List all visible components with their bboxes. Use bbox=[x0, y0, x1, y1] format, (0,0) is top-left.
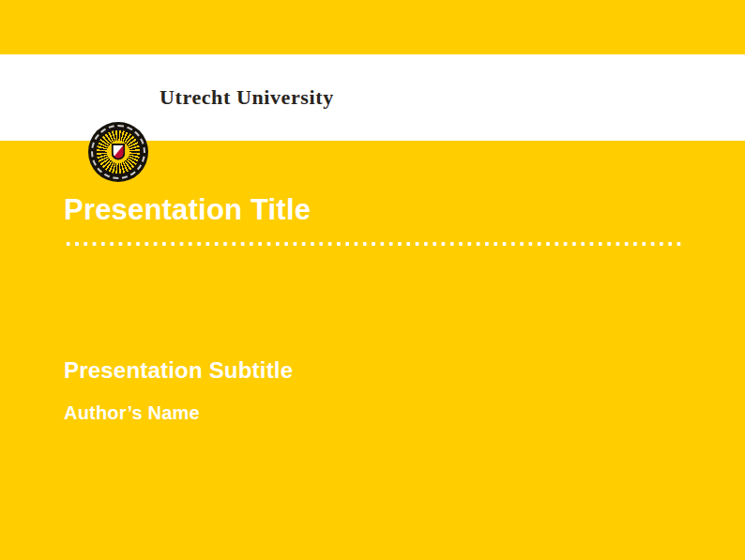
presentation-subtitle: Presentation Subtitle bbox=[64, 357, 293, 384]
header-band: Utrecht University bbox=[0, 54, 745, 141]
university-wordmark: Utrecht University bbox=[160, 54, 334, 141]
dotted-divider bbox=[64, 241, 683, 247]
utrecht-shield-icon bbox=[112, 144, 126, 160]
author-name: Author’s Name bbox=[64, 402, 200, 424]
utrecht-university-sun-seal-icon bbox=[88, 122, 148, 182]
title-slide: Utrecht University Presentation Title Pr… bbox=[0, 0, 745, 560]
presentation-title: Presentation Title bbox=[64, 193, 311, 227]
